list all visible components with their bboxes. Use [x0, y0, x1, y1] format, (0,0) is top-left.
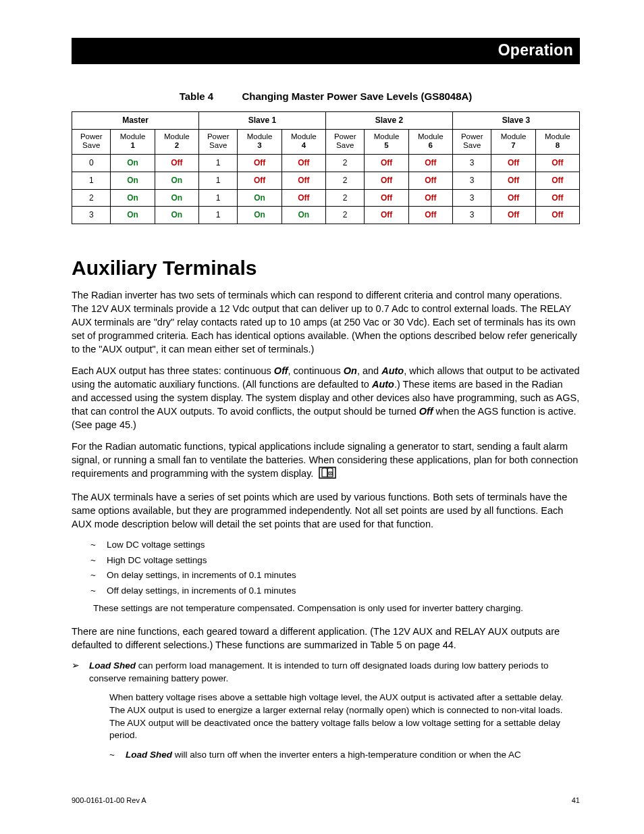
subhead-cell: Module2 — [155, 129, 198, 154]
table-cell: Off — [535, 207, 579, 224]
table-cell: 3 — [72, 207, 111, 224]
table-group-row: Master Slave 1 Slave 2 Slave 3 — [72, 112, 580, 130]
group-slave1: Slave 1 — [198, 112, 325, 130]
table-title: Changing Master Power Save Levels (GS804… — [242, 90, 472, 102]
table-cell: Off — [281, 155, 325, 172]
table-cell: On — [111, 207, 155, 224]
header-bar: Operation — [72, 38, 580, 64]
table-cell: Off — [365, 207, 408, 224]
table-cell: On — [111, 172, 155, 189]
reference-icon — [319, 467, 336, 482]
list-item: On delay settings, in increments of 0.1 … — [107, 569, 580, 582]
table-cell: Off — [238, 155, 281, 172]
table-cell: Off — [535, 172, 579, 189]
table-cell: 3 — [452, 155, 491, 172]
function-load-shed: ➢ Load Shed can perform load management.… — [72, 660, 580, 761]
paragraph-intro: The Radian inverter has two sets of term… — [72, 288, 580, 356]
table-cell: On — [281, 207, 325, 224]
table-row: 1OnOn1OffOff2OffOff3OffOff — [72, 172, 580, 189]
table-cell: 3 — [452, 172, 491, 189]
table-cell: 1 — [198, 189, 237, 207]
table-cell: 2 — [325, 189, 364, 207]
table-cell: Off — [365, 189, 408, 207]
subhead-cell: Module8 — [535, 129, 579, 154]
footer-rev: 900-0161-01-00 Rev A — [72, 796, 146, 806]
table-cell: Off — [365, 172, 408, 189]
svg-point-2 — [330, 473, 331, 474]
table-cell: 1 — [72, 172, 111, 189]
table-cell: 3 — [452, 207, 491, 224]
subhead-cell: Module4 — [281, 129, 325, 154]
table-cell: Off — [491, 172, 535, 189]
table-cell: On — [155, 189, 198, 207]
table-row: 0OnOff1OffOff2OffOff3OffOff — [72, 155, 580, 172]
subhead-cell: Module7 — [491, 129, 535, 154]
table-cell: On — [238, 189, 281, 207]
table-cell: On — [238, 207, 281, 224]
table-cell: Off — [408, 207, 452, 224]
table-cell: Off — [491, 207, 535, 224]
table-cell: 0 — [72, 155, 111, 172]
table-cell: Off — [491, 155, 535, 172]
table-cell: On — [155, 207, 198, 224]
table-cell: Off — [238, 172, 281, 189]
group-slave3: Slave 3 — [452, 112, 579, 130]
chevron-icon: ➢ — [72, 660, 81, 761]
list-item: Off delay settings, in increments of 0.1… — [107, 585, 580, 598]
paragraph-states: Each AUX output has three states: contin… — [72, 364, 580, 432]
table-cell: Off — [535, 189, 579, 207]
table-cell: Off — [365, 155, 408, 172]
subhead-cell: PowerSave — [198, 129, 237, 154]
table-cell: 1 — [198, 207, 237, 224]
paragraph-applications: For the Radian automatic functions, typi… — [72, 440, 580, 482]
table-cell: Off — [155, 155, 198, 172]
table-row: 2OnOn1OnOff2OffOff3OffOff — [72, 189, 580, 207]
paragraph-nine-functions: There are nine functions, each geared to… — [72, 625, 580, 652]
power-save-table: Master Slave 1 Slave 2 Slave 3 PowerSave… — [72, 111, 580, 224]
table-subhead-row: PowerSaveModule1Module2PowerSaveModule3M… — [72, 129, 580, 154]
table-row: 3OnOn1OnOn2OffOff3OffOff — [72, 207, 580, 224]
footer-page: 41 — [572, 796, 580, 806]
subhead-cell: Module5 — [365, 129, 408, 154]
subhead-cell: PowerSave — [325, 129, 364, 154]
table-label: Table 4 — [180, 90, 214, 102]
group-master: Master — [72, 112, 199, 130]
list-item: High DC voltage settings — [107, 554, 580, 567]
load-shed-detail: When battery voltage rises above a setta… — [89, 692, 580, 742]
table-cell: On — [111, 155, 155, 172]
heading-auxiliary-terminals: Auxiliary Terminals — [72, 254, 580, 282]
table-cell: On — [111, 189, 155, 207]
table-cell: 2 — [325, 207, 364, 224]
subhead-cell: Module6 — [408, 129, 452, 154]
subhead-cell: PowerSave — [72, 129, 111, 154]
load-shed-sub: Load Shed will also turn off when the in… — [89, 749, 580, 762]
group-slave2: Slave 2 — [325, 112, 452, 130]
table-cell: Off — [535, 155, 579, 172]
table-cell: 2 — [325, 155, 364, 172]
table-cell: 2 — [325, 172, 364, 189]
table-cell: Off — [281, 189, 325, 207]
settings-list: Low DC voltage settings High DC voltage … — [72, 539, 580, 598]
table-cell: Off — [408, 155, 452, 172]
table-cell: 1 — [198, 155, 237, 172]
table-cell: 2 — [72, 189, 111, 207]
table-caption: Table 4 Changing Master Power Save Level… — [72, 90, 580, 104]
subhead-cell: Module3 — [238, 129, 281, 154]
table-cell: 3 — [452, 189, 491, 207]
table-cell: Off — [491, 189, 535, 207]
table-cell: 1 — [198, 172, 237, 189]
list-item: Low DC voltage settings — [107, 539, 580, 552]
subhead-cell: PowerSave — [452, 129, 491, 154]
load-shed-intro: Load Shed can perform load management. I… — [89, 660, 580, 685]
table-cell: On — [155, 172, 198, 189]
note-compensation: These settings are not temperature compe… — [72, 602, 580, 615]
paragraph-setpoints: The AUX terminals have a series of set p… — [72, 490, 580, 531]
section-title: Operation — [498, 41, 573, 59]
footer: 900-0161-01-00 Rev A 41 — [72, 796, 580, 806]
table-cell: Off — [408, 189, 452, 207]
subhead-cell: Module1 — [111, 129, 155, 154]
table-cell: Off — [281, 172, 325, 189]
table-cell: Off — [408, 172, 452, 189]
